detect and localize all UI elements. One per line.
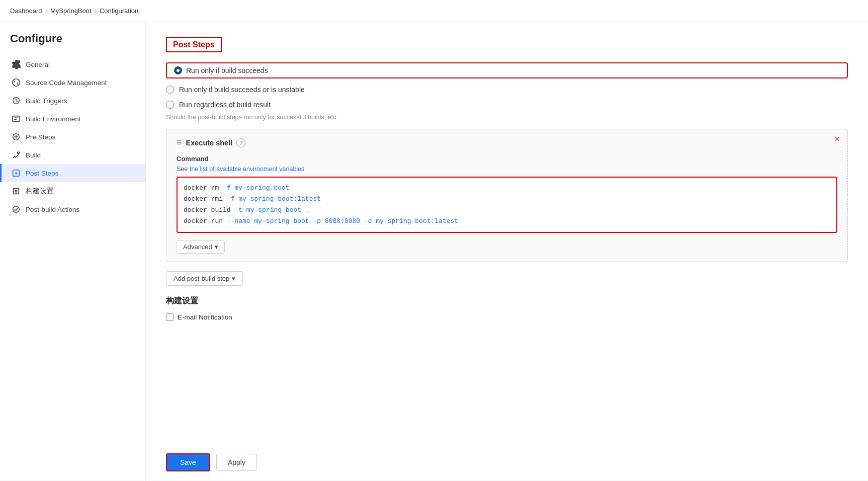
execute-header: ≡ Execute shell ?	[177, 137, 837, 148]
sidebar-item-build[interactable]: Build	[0, 146, 145, 164]
add-step-label: Add post-build step	[173, 275, 229, 282]
sidebar-env-label: Build Environment	[26, 115, 81, 123]
post-steps-icon	[12, 169, 21, 178]
radio-option-succeed[interactable]: Run only if build succeeds	[166, 62, 848, 78]
code-line-1: docker rm -f my-spring-boot	[184, 183, 830, 194]
svg-rect-2	[13, 116, 20, 122]
sidebar-presteps-label: Pre Steps	[26, 133, 55, 141]
sidebar-item-jianshezhi[interactable]: 构建设置	[0, 182, 145, 200]
email-notification-checkbox[interactable]	[166, 313, 173, 321]
env-icon	[12, 114, 21, 123]
sidebar-poststeps-label: Post Steps	[26, 170, 58, 177]
sidebar-item-build-env[interactable]: Build Environment	[0, 110, 145, 128]
breadcrumb-configuration: Configuration	[100, 7, 138, 15]
build-icon	[12, 150, 21, 159]
sidebar-postbuild-label: Post-build Actions	[26, 206, 79, 213]
sidebar-item-post-build[interactable]: Post-build Actions	[0, 200, 145, 218]
sidebar-item-post-steps[interactable]: Post Steps	[0, 164, 145, 182]
code-line-4: docker run --name my-spring-boot -p 8080…	[184, 216, 830, 227]
radio-label-succeed: Run only if build succeeds	[186, 66, 268, 74]
radio-dot-selected	[174, 66, 182, 74]
add-post-build-step-button[interactable]: Add post-build step ▾	[166, 271, 243, 286]
sidebar-item-build-triggers[interactable]: Build Triggers	[0, 92, 145, 110]
main-content: Post Steps Run only if build succeeds Ru…	[146, 22, 868, 444]
execute-shell-block: ≡ Execute shell ? ✕ Command See the list…	[166, 129, 848, 262]
jian-title: 构建设置	[166, 296, 848, 306]
breadcrumb: Dashboard › MySpringBoot › Configuration	[0, 0, 868, 22]
sidebar-jian-label: 构建设置	[26, 187, 54, 196]
command-link-text: See the list of available environment va…	[177, 166, 837, 173]
radio-group: Run only if build succeeds Run only if b…	[166, 62, 848, 109]
breadcrumb-dashboard[interactable]: Dashboard	[10, 7, 42, 15]
email-notification-row: E-mail Notification	[166, 313, 848, 321]
env-vars-link[interactable]: the list of available environment variab…	[190, 166, 305, 173]
breadcrumb-myspringboot[interactable]: MySpringBoot	[50, 7, 92, 15]
advanced-label: Advanced	[183, 243, 212, 251]
sidebar-source-label: Source Code Management	[26, 79, 107, 87]
postbuild-icon	[12, 205, 21, 214]
link-prefix: See	[177, 166, 190, 173]
add-step-chevron: ▾	[232, 275, 235, 282]
command-label: Command	[177, 155, 837, 163]
radio-option-regardless[interactable]: Run regardless of build result	[166, 101, 848, 109]
sidebar: Configure General Source Code Management…	[0, 22, 146, 480]
radio-label-unstable: Run only if build succeeds or is unstabl…	[179, 86, 305, 94]
svg-point-0	[13, 79, 20, 86]
svg-point-6	[13, 206, 20, 213]
sidebar-item-pre-steps[interactable]: Pre Steps	[0, 128, 145, 146]
triggers-icon	[12, 96, 21, 105]
jian-icon	[12, 187, 21, 196]
radio-regardless[interactable]	[166, 101, 174, 109]
code-line-3: docker build -t my-spring-boot .	[184, 205, 830, 216]
sidebar-build-label: Build	[26, 151, 41, 159]
breadcrumb-sep1: ›	[45, 7, 47, 15]
post-steps-title: Post Steps	[166, 37, 222, 52]
svg-point-4	[18, 152, 20, 154]
jian-section: 构建设置 E-mail Notification	[166, 296, 848, 321]
execute-close-button[interactable]: ✕	[834, 135, 840, 143]
execute-title: Execute shell	[186, 139, 233, 147]
save-button[interactable]: Save	[166, 453, 210, 471]
email-notification-label: E-mail Notification	[178, 313, 232, 321]
footer: Save Apply	[146, 444, 868, 480]
radio-option-unstable[interactable]: Run only if build succeeds or is unstabl…	[166, 86, 848, 94]
gear-icon	[12, 60, 21, 69]
command-code-area[interactable]: docker rm -f my-spring-boot docker rmi -…	[177, 177, 837, 233]
radio-label-regardless: Run regardless of build result	[179, 101, 271, 109]
code-line-2: docker rmi -f my-spring-boot:latest	[184, 194, 830, 205]
drag-icon: ≡	[177, 137, 182, 148]
hint-text: Should the post-build steps run only for…	[166, 114, 848, 121]
advanced-chevron: ▾	[215, 243, 218, 251]
source-code-icon	[12, 78, 21, 87]
breadcrumb-sep2: ›	[95, 7, 97, 15]
sidebar-triggers-label: Build Triggers	[26, 97, 67, 105]
help-icon[interactable]: ?	[236, 138, 245, 147]
apply-button[interactable]: Apply	[216, 454, 257, 471]
sidebar-item-source-code[interactable]: Source Code Management	[0, 73, 145, 92]
pre-steps-icon	[12, 132, 21, 141]
advanced-button[interactable]: Advanced ▾	[177, 240, 225, 254]
radio-unstable[interactable]	[166, 86, 174, 94]
sidebar-item-general[interactable]: General	[0, 55, 145, 73]
sidebar-general-label: General	[26, 61, 50, 68]
sidebar-title: Configure	[0, 32, 145, 55]
